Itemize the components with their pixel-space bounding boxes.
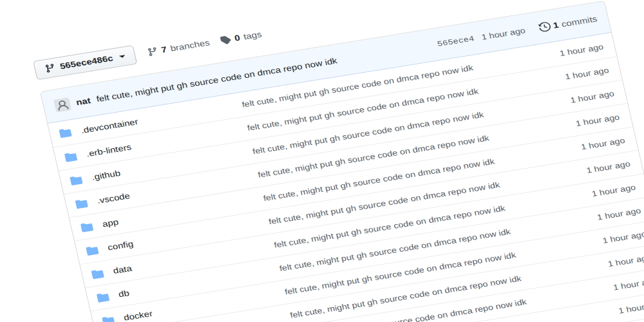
git-branch-icon <box>146 46 159 57</box>
tags-label: tags <box>243 30 263 41</box>
commit-sha-link[interactable]: 565ece4 <box>437 34 475 48</box>
folder-icon <box>102 314 125 322</box>
branches-link[interactable]: 7 branches <box>146 38 211 57</box>
commit-history-link[interactable]: 1 commits <box>538 14 598 32</box>
folder-icon <box>70 173 93 185</box>
author-avatar[interactable] <box>53 97 71 112</box>
commits-label: commits <box>560 14 598 29</box>
repo-page: 565ece486c 7 branches 0 tags nat fel <box>33 0 644 322</box>
folder-icon <box>86 243 109 256</box>
screenshot-viewport: 565ece486c 7 branches 0 tags nat fel <box>0 0 644 322</box>
branch-selector-button[interactable]: 565ece486c <box>33 45 137 80</box>
chevron-down-icon <box>118 55 125 58</box>
git-branch-icon <box>44 63 57 73</box>
branches-label: branches <box>169 38 211 53</box>
folder-icon <box>75 196 98 209</box>
folder-icon <box>80 220 103 232</box>
commit-author[interactable]: nat <box>75 96 91 107</box>
folder-icon <box>96 290 119 303</box>
branches-count: 7 <box>160 45 167 55</box>
tags-link[interactable]: 0 tags <box>219 30 263 45</box>
tags-count: 0 <box>234 33 241 43</box>
commit-time: 1 hour ago <box>480 26 526 42</box>
folder-icon <box>64 149 87 162</box>
row-updated-time: 1 hour ago <box>577 276 644 298</box>
branch-selector-label: 565ece486c <box>59 53 114 71</box>
row-updated-time: 1 hour ago <box>572 253 644 275</box>
commits-count: 1 <box>553 20 560 30</box>
tag-icon <box>219 35 232 45</box>
clock-history-icon <box>538 21 551 33</box>
folder-icon <box>91 267 114 279</box>
folder-icon <box>59 126 82 138</box>
row-updated-time: 1 hour ago <box>582 299 644 321</box>
person-icon <box>55 99 71 112</box>
